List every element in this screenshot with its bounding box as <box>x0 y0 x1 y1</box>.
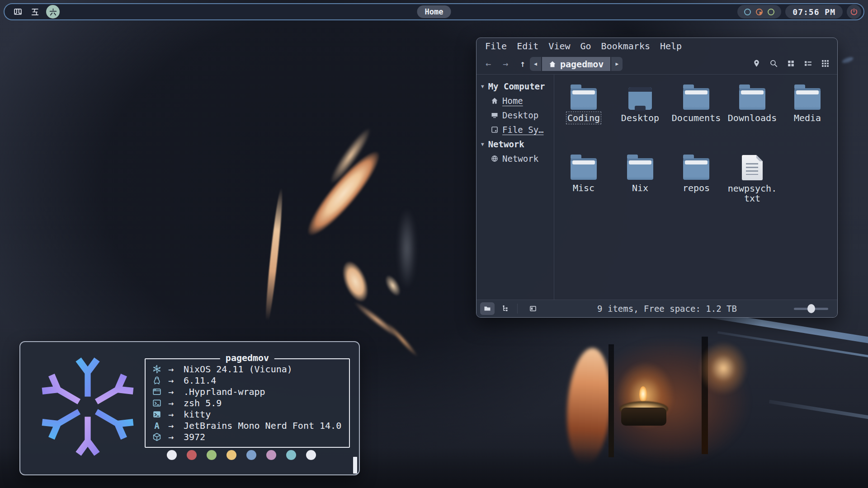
file-item-media[interactable]: Media <box>782 84 833 123</box>
tray-circle-green-icon[interactable] <box>768 9 774 15</box>
sidebar-item-home[interactable]: Home <box>476 94 554 108</box>
file-label: Downloads <box>728 113 777 123</box>
workspace-6-active[interactable] <box>46 5 60 19</box>
tray-circle-orange-icon[interactable] <box>756 9 763 15</box>
icon-view-icon <box>787 59 795 68</box>
menu-help[interactable]: Help <box>655 39 687 53</box>
smoke-wisp <box>398 208 416 289</box>
file-item-repos[interactable]: repos <box>671 154 722 193</box>
terminal-value: kitty <box>184 409 211 420</box>
up-button[interactable]: ↑ <box>516 57 529 70</box>
folder-icon <box>571 158 597 180</box>
menu-go[interactable]: Go <box>576 39 596 53</box>
fastfetch-row-kernel: → 6.11.4 <box>151 375 349 386</box>
kanji-four-icon <box>14 8 22 16</box>
packages-icon <box>151 432 163 441</box>
folder-icon <box>794 88 821 110</box>
text-lines <box>746 163 758 175</box>
compact-view-button[interactable] <box>803 59 813 68</box>
file-manager-window: File Edit View Go Bookmarks Help ← → ↑ ◀… <box>476 38 838 318</box>
terminal-window[interactable]: pagedmov → NixOS 24.11 (Vicuna) → 6.11.4 <box>19 341 360 475</box>
sidebar-item-label: Home <box>502 96 523 106</box>
file-item-newpsych-txt[interactable]: newpsych.txt <box>727 154 778 203</box>
text-file-icon <box>742 155 763 180</box>
terminal-icon <box>151 410 163 419</box>
folder-icon <box>739 88 765 110</box>
status-summary: 9 items, Free space: 1.2 TB <box>540 304 794 314</box>
palette-dot <box>286 450 296 460</box>
kanji-six-icon <box>49 8 57 16</box>
power-button[interactable] <box>847 5 861 19</box>
file-label: newpsych.txt <box>727 183 778 203</box>
power-icon <box>850 8 858 16</box>
kanji-five-icon <box>31 8 39 16</box>
tree-pane-button[interactable] <box>498 302 513 315</box>
path-next-button[interactable]: ▶ <box>611 57 623 71</box>
path-segment-home[interactable]: pagedmov <box>542 57 610 71</box>
desktop: { "topbar": { "workspaces": [ {"label": … <box>0 0 868 488</box>
file-item-documents[interactable]: Documents <box>671 84 722 123</box>
shell-value: zsh 5.9 <box>184 398 222 408</box>
sidebar-section-network[interactable]: ▼ Network <box>476 137 554 151</box>
file-label: Desktop <box>621 113 659 123</box>
file-label: Media <box>794 113 821 123</box>
fastfetch-row-os: → NixOS 24.11 (Vicuna) <box>151 363 349 375</box>
toggle-side-pane-button[interactable] <box>526 302 540 315</box>
menu-bookmarks[interactable]: Bookmarks <box>596 39 655 53</box>
palette-dot <box>306 450 316 460</box>
path-prev-button[interactable]: ◀ <box>530 57 541 71</box>
menu-file[interactable]: File <box>480 39 512 53</box>
slider-knob[interactable] <box>807 304 815 313</box>
tree-view-icon <box>502 305 509 312</box>
file-item-coding[interactable]: Coding <box>558 84 609 123</box>
sidebar-item-network[interactable]: Network <box>476 151 554 166</box>
search-button[interactable] <box>769 59 778 68</box>
fastfetch-hostname: pagedmov <box>220 352 274 363</box>
arrow-icon: → <box>168 386 184 397</box>
menu-bar: File Edit View Go Bookmarks Help <box>476 38 837 54</box>
file-item-downloads[interactable]: Downloads <box>727 84 778 123</box>
folder-icon <box>683 158 709 180</box>
zoom-slider[interactable] <box>794 304 828 313</box>
workspace-4[interactable] <box>12 6 24 18</box>
home-icon <box>491 97 498 104</box>
window-manager-icon <box>151 387 163 396</box>
file-label: Documents <box>672 113 721 123</box>
terminal-color-palette <box>167 450 316 460</box>
file-item-desktop[interactable]: Desktop <box>615 84 665 123</box>
folder-icon <box>627 158 653 180</box>
back-button[interactable]: ← <box>482 57 495 70</box>
side-panel-icon <box>529 305 537 312</box>
sidebar-item-label: Desktop <box>502 110 538 120</box>
kernel-value: 6.11.4 <box>184 375 216 386</box>
topbar-right: 07:56 PM <box>737 5 861 19</box>
top-bar: Home 07:56 PM <box>4 3 864 20</box>
search-icon <box>769 59 778 68</box>
section-label: My Computer <box>488 81 545 91</box>
icon-view-button[interactable] <box>786 59 796 68</box>
arrow-icon: → <box>168 420 184 431</box>
file-label: Nix <box>632 183 648 193</box>
tray-circle-blue-icon[interactable] <box>744 9 751 15</box>
palette-dot <box>207 450 217 460</box>
desktop-folder-icon <box>628 87 652 110</box>
forward-button[interactable]: → <box>499 57 512 70</box>
workspace-5[interactable] <box>29 6 41 18</box>
menu-edit[interactable]: Edit <box>512 39 543 53</box>
status-bar: 9 items, Free space: 1.2 TB <box>476 300 837 317</box>
lantern-frame <box>609 344 614 457</box>
arrow-icon: → <box>168 409 184 420</box>
menu-view[interactable]: View <box>543 39 575 53</box>
sidebar-item-file-system[interactable]: File Sy… <box>476 122 554 137</box>
up-arrow-icon: ↑ <box>520 58 525 69</box>
places-pane-button[interactable] <box>480 302 495 315</box>
sidebar-item-desktop[interactable]: Desktop <box>476 108 554 122</box>
location-pin-button[interactable] <box>752 59 761 68</box>
file-item-misc[interactable]: Misc <box>558 154 609 193</box>
arrow-icon: → <box>168 375 184 386</box>
sidebar-item-label: File Sy… <box>502 125 544 135</box>
file-item-nix[interactable]: Nix <box>615 154 665 193</box>
thumbnail-view-button[interactable] <box>821 59 830 68</box>
fastfetch-output: pagedmov → NixOS 24.11 (Vicuna) → 6.11.4 <box>145 352 350 448</box>
sidebar-section-my-computer[interactable]: ▼ My Computer <box>476 79 554 94</box>
